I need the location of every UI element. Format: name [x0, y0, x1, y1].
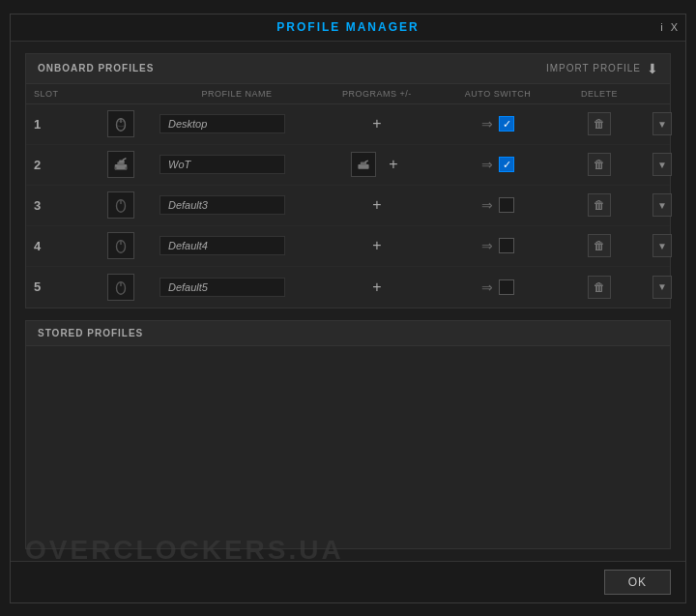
dropdown-button[interactable]: ▼: [652, 193, 672, 217]
delete-cell: 🗑: [556, 112, 643, 135]
col-slot: SLOT: [34, 89, 82, 99]
stored-profiles-section: STORED PROFILES: [25, 320, 671, 549]
mouse-icon: [112, 237, 130, 254]
table-row: 1 + ⇒: [26, 104, 670, 145]
add-program-button[interactable]: +: [367, 279, 387, 295]
profile-icon-button[interactable]: [107, 232, 134, 259]
add-program-button[interactable]: +: [367, 116, 387, 132]
delete-cell: 🗑: [556, 234, 643, 257]
profile-name-input[interactable]: [160, 236, 285, 255]
table-row: 4 + ⇒: [26, 226, 670, 267]
add-program-button[interactable]: +: [384, 157, 403, 172]
delete-button[interactable]: 🗑: [588, 153, 611, 176]
ok-button[interactable]: OK: [604, 570, 671, 595]
minimize-button[interactable]: i: [660, 21, 662, 33]
main-window: PROFILE MANAGER i X ONBOARD PROFILES IMP…: [10, 14, 686, 603]
titlebar: PROFILE MANAGER i X: [11, 15, 685, 42]
profile-icon-cell: [82, 151, 160, 178]
programs-cell: +: [314, 197, 440, 213]
profile-icon-cell: [82, 274, 160, 301]
profile-name-input[interactable]: [160, 155, 285, 174]
switch-icon: ⇒: [481, 157, 493, 172]
switch-icon: ⇒: [481, 197, 493, 213]
dropdown-cell: ▼: [643, 276, 682, 299]
profile-icon-cell: [82, 110, 160, 137]
stored-header: STORED PROFILES: [26, 321, 670, 346]
svg-rect-10: [361, 162, 366, 165]
dropdown-cell: ▼: [643, 193, 682, 217]
mouse-icon: [112, 196, 130, 214]
switch-icon: ⇒: [481, 116, 493, 132]
slot-number: 1: [34, 117, 82, 132]
profile-name-cell: [160, 236, 314, 255]
onboard-title: ONBOARD PROFILES: [38, 63, 154, 73]
dropdown-button[interactable]: ▼: [652, 112, 672, 135]
import-icon: ⬇: [647, 61, 658, 76]
programs-cell: +: [314, 279, 440, 295]
profile-name-input[interactable]: [160, 114, 285, 133]
delete-button[interactable]: 🗑: [588, 234, 611, 257]
programs-cell: +: [314, 116, 440, 132]
autoswitch-cell: ⇒: [440, 238, 556, 253]
delete-cell: 🗑: [556, 193, 643, 217]
program-icon: [351, 152, 376, 177]
autoswitch-checkbox[interactable]: [499, 157, 514, 172]
window-title: PROFILE MANAGER: [276, 20, 419, 34]
col-icon: [82, 89, 160, 99]
svg-rect-5: [119, 161, 124, 163]
delete-button[interactable]: 🗑: [588, 276, 611, 299]
delete-button[interactable]: 🗑: [588, 112, 611, 135]
table-header: SLOT PROFILE NAME PROGRAMS +/- AUTO SWIT…: [26, 84, 670, 104]
profile-icon-button[interactable]: [107, 274, 134, 301]
delete-cell: 🗑: [556, 276, 643, 299]
col-autoswitch: AUTO SWITCH: [440, 89, 556, 99]
delete-button[interactable]: 🗑: [588, 193, 611, 217]
profile-name-cell: [160, 278, 314, 297]
table-row: 3 + ⇒: [26, 186, 670, 226]
autoswitch-cell: ⇒: [440, 157, 556, 172]
delete-cell: 🗑: [556, 153, 643, 176]
profile-name-input[interactable]: [160, 195, 285, 215]
window-controls: i X: [660, 21, 678, 33]
svg-rect-7: [115, 167, 117, 170]
profile-icon-button[interactable]: [107, 110, 134, 137]
tank-icon: [112, 156, 130, 173]
switch-icon: ⇒: [481, 238, 493, 253]
profile-icon-button[interactable]: [107, 151, 134, 178]
col-name: PROFILE NAME: [160, 89, 314, 99]
col-delete: DELETE: [556, 89, 643, 99]
profile-name-cell: [160, 195, 314, 215]
slot-number: 5: [34, 279, 82, 294]
dropdown-button[interactable]: ▼: [652, 234, 672, 257]
svg-line-11: [365, 161, 368, 162]
profile-icon-cell: [82, 232, 160, 259]
autoswitch-checkbox[interactable]: [499, 197, 514, 213]
onboard-header: ONBOARD PROFILES IMPORT PROFILE ⬇: [26, 54, 670, 84]
autoswitch-checkbox[interactable]: [499, 116, 514, 132]
profile-name-input[interactable]: [160, 278, 285, 297]
add-program-button[interactable]: +: [367, 238, 387, 253]
onboard-profiles-section: ONBOARD PROFILES IMPORT PROFILE ⬇ SLOT P…: [25, 53, 671, 308]
slot-number: 3: [34, 198, 82, 213]
close-button[interactable]: X: [671, 21, 678, 33]
autoswitch-checkbox[interactable]: [499, 238, 514, 253]
autoswitch-cell: ⇒: [440, 197, 556, 213]
footer: OK: [11, 561, 685, 602]
table-row: 5 + ⇒: [26, 267, 670, 308]
dropdown-button[interactable]: ▼: [652, 153, 672, 176]
stored-title: STORED PROFILES: [38, 328, 143, 338]
autoswitch-cell: ⇒: [440, 116, 556, 132]
autoswitch-checkbox[interactable]: [499, 279, 514, 295]
mouse-icon: [112, 279, 130, 296]
profile-icon-cell: [82, 191, 160, 219]
svg-rect-8: [126, 167, 128, 170]
programs-cell: +: [314, 152, 440, 177]
profile-icon-button[interactable]: [107, 191, 134, 219]
import-profile-button[interactable]: IMPORT PROFILE ⬇: [546, 61, 658, 76]
dropdown-button[interactable]: ▼: [652, 276, 672, 299]
mouse-icon: [112, 115, 130, 132]
profile-name-cell: [160, 155, 314, 174]
slot-number: 4: [34, 239, 82, 253]
table-row: 2: [26, 145, 670, 186]
add-program-button[interactable]: +: [367, 197, 387, 213]
